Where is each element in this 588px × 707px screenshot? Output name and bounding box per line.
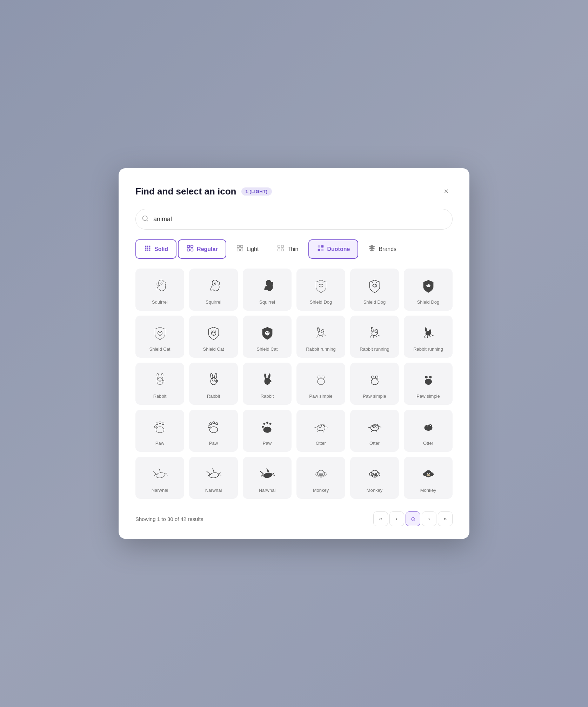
- close-button[interactable]: ×: [440, 185, 453, 198]
- svg-point-37: [267, 332, 268, 333]
- icon-cell-shield-dog-regular[interactable]: Shield Dog: [350, 269, 399, 311]
- shield-dog-regular-icon: [366, 277, 384, 295]
- monkey-light-icon: [312, 465, 330, 483]
- svg-point-81: [215, 423, 218, 425]
- icon-cell-shield-dog-light[interactable]: Shield Dog: [296, 269, 345, 311]
- modal-footer: Showing 1 to 30 of 42 results « ‹ ⊙ › »: [135, 509, 453, 526]
- pagination-prev[interactable]: ‹: [389, 511, 404, 526]
- icon-cell-monkey-solid[interactable]: Monkey: [404, 457, 453, 499]
- paw-simple-light-icon: [312, 371, 330, 389]
- svg-rect-16: [318, 249, 320, 251]
- icon-cell-rabbit-running-solid[interactable]: Rabbit running: [404, 316, 453, 358]
- results-text: Showing 1 to 30 of 42 results: [135, 516, 203, 522]
- icon-cell-paw-simple-regular[interactable]: Paw simple: [350, 363, 399, 405]
- pagination-next[interactable]: ›: [422, 511, 436, 526]
- search-input[interactable]: [135, 209, 453, 230]
- svg-point-102: [426, 425, 427, 426]
- shield-dog-light-label: Shield Dog: [310, 299, 332, 305]
- icon-cell-paw-simple-solid[interactable]: Paw simple: [404, 363, 453, 405]
- tab-brands[interactable]: Brands: [360, 239, 405, 259]
- pagination-last[interactable]: »: [438, 511, 453, 526]
- svg-point-124: [430, 472, 434, 476]
- monkey-regular-label: Monkey: [367, 488, 383, 493]
- icon-cell-otter-light[interactable]: Otter: [296, 410, 345, 452]
- otter-light-icon: [312, 418, 330, 436]
- icon-cell-rabbit-running-light[interactable]: Rabbit running: [296, 316, 345, 358]
- icon-cell-narwhal-light[interactable]: Narwhal: [135, 457, 184, 499]
- svg-point-47: [424, 327, 427, 332]
- tab-light[interactable]: Light: [228, 239, 267, 259]
- icon-cell-rabbit-solid[interactable]: Rabbit: [243, 363, 292, 405]
- icon-cell-paw-light[interactable]: Paw: [135, 410, 184, 452]
- svg-point-106: [209, 472, 219, 478]
- icon-cell-squirrel-regular[interactable]: Squirrel: [189, 269, 238, 311]
- svg-point-125: [426, 474, 430, 476]
- rabbit-solid-label: Rabbit: [261, 394, 274, 399]
- tab-duotone[interactable]: Duotone: [308, 239, 359, 259]
- icon-cell-squirrel-light[interactable]: Squirrel: [135, 269, 184, 311]
- svg-point-64: [269, 380, 271, 382]
- svg-point-51: [160, 373, 163, 379]
- rabbit-running-solid-icon: [419, 324, 437, 342]
- modal-badge: 1 (LIGHT): [241, 187, 272, 196]
- narwhal-light-icon: [151, 465, 169, 483]
- icon-cell-shield-cat-regular[interactable]: Shield Cat: [189, 316, 238, 358]
- svg-rect-15: [321, 245, 323, 247]
- icon-cell-paw-simple-light[interactable]: Paw simple: [296, 363, 345, 405]
- svg-rect-7: [241, 245, 243, 247]
- icon-cell-rabbit-light[interactable]: Rabbit: [135, 363, 184, 405]
- tab-thin[interactable]: Thin: [268, 239, 307, 259]
- icon-cell-otter-regular[interactable]: Otter: [350, 410, 399, 452]
- modal-header: Find and select an icon 1 (LIGHT) ×: [135, 185, 453, 198]
- squirrel-regular-icon: [205, 277, 223, 295]
- pagination-current[interactable]: ⊙: [406, 511, 420, 526]
- tab-regular[interactable]: Regular: [178, 239, 226, 259]
- shield-cat-regular-icon: [205, 324, 223, 342]
- icon-cell-shield-cat-solid[interactable]: Shield Cat: [243, 316, 292, 358]
- shield-cat-regular-label: Shield Cat: [203, 346, 224, 352]
- icon-cell-narwhal-regular[interactable]: Narwhal: [189, 457, 238, 499]
- search-icon: [142, 215, 149, 224]
- narwhal-regular-icon: [205, 465, 223, 483]
- svg-point-22: [321, 284, 322, 285]
- icon-cell-squirrel-solid[interactable]: Squirrel: [243, 269, 292, 311]
- svg-point-36: [266, 332, 267, 333]
- monkey-regular-icon: [366, 465, 384, 483]
- svg-point-78: [156, 427, 164, 432]
- svg-point-59: [214, 379, 215, 381]
- icon-cell-rabbit-regular[interactable]: Rabbit: [189, 363, 238, 405]
- squirrel-regular-label: Squirrel: [206, 299, 221, 305]
- pagination-first[interactable]: «: [373, 511, 388, 526]
- icon-cell-shield-cat-light[interactable]: Shield Cat: [135, 316, 184, 358]
- paw-regular-icon: [205, 418, 223, 436]
- icon-cell-narwhal-solid[interactable]: Narwhal: [243, 457, 292, 499]
- rabbit-running-solid-label: Rabbit running: [413, 346, 443, 352]
- svg-rect-13: [281, 249, 283, 251]
- icon-cell-paw-regular[interactable]: Paw: [189, 410, 238, 452]
- svg-point-92: [319, 425, 320, 426]
- svg-point-53: [160, 379, 161, 381]
- icon-cell-shield-dog-solid[interactable]: Shield Dog: [404, 269, 453, 311]
- icon-cell-otter-solid[interactable]: Otter: [404, 410, 453, 452]
- narwhal-solid-label: Narwhal: [259, 488, 276, 493]
- svg-point-79: [209, 423, 212, 425]
- shield-dog-regular-label: Shield Dog: [363, 299, 386, 305]
- modal-title-group: Find and select an icon 1 (LIGHT): [135, 186, 272, 197]
- svg-point-40: [317, 328, 318, 329]
- svg-point-87: [262, 425, 264, 428]
- svg-point-126: [427, 473, 428, 474]
- light-icon: [236, 244, 244, 254]
- svg-point-23: [373, 284, 377, 287]
- tab-solid[interactable]: Solid: [135, 239, 176, 259]
- tab-duotone-label: Duotone: [327, 246, 350, 252]
- icon-cell-monkey-light[interactable]: Monkey: [296, 457, 345, 499]
- svg-point-25: [375, 284, 376, 285]
- search-container: [135, 209, 453, 230]
- icon-cell-paw-solid[interactable]: Paw: [243, 410, 292, 452]
- svg-point-52: [158, 379, 159, 381]
- svg-point-38: [317, 330, 325, 336]
- icon-cell-rabbit-running-regular[interactable]: Rabbit running: [350, 316, 399, 358]
- icon-cell-monkey-regular[interactable]: Monkey: [350, 457, 399, 499]
- svg-point-103: [430, 425, 431, 426]
- monkey-solid-icon: [419, 465, 437, 483]
